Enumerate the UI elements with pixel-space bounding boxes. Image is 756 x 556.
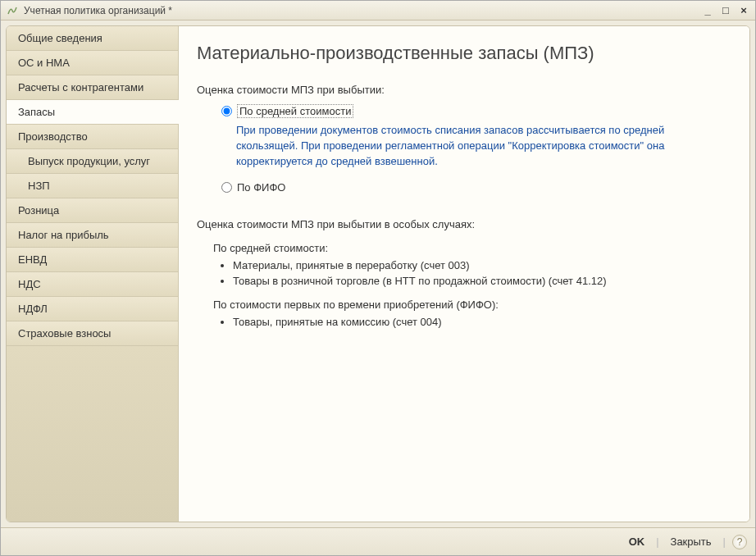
list-item: Материалы, принятые в переработку (счет … [233, 259, 726, 271]
sidebar-item-profit-tax[interactable]: Налог на прибыль [7, 223, 179, 248]
sidebar-item-vat[interactable]: НДС [7, 272, 179, 297]
sidebar-item-insurance[interactable]: Страховые взносы [7, 321, 179, 346]
app-icon [6, 4, 19, 17]
sidebar-item-inventory[interactable]: Запасы [7, 100, 179, 125]
sidebar-item-label: Производство [18, 130, 88, 143]
sidebar-item-label: НДФЛ [18, 303, 48, 315]
content-area: Общие сведения ОС и НМА Расчеты с контра… [1, 21, 755, 527]
help-icon: ? [737, 536, 743, 548]
sidebar-item-label: Выпуск продукции, услуг [28, 155, 150, 167]
special-heading: Оценка стоимости МПЗ при выбытии в особы… [197, 218, 726, 230]
avg-hint-text: При проведении документов стоимость спис… [236, 123, 704, 170]
radio-fifo[interactable] [221, 182, 232, 193]
sidebar-item-settlements[interactable]: Расчеты с контрагентами [7, 75, 179, 100]
special-cases-block: Оценка стоимости МПЗ при выбытии в особы… [197, 218, 726, 328]
sidebar-item-label: Расчеты с контрагентами [18, 81, 143, 93]
sidebar-item-ndfl[interactable]: НДФЛ [7, 297, 179, 321]
special-avg-list: Материалы, принятые в переработку (счет … [233, 259, 726, 287]
valuation-label: Оценка стоимости МПЗ при выбытии: [197, 84, 726, 96]
sidebar-spacer [7, 346, 179, 522]
sidebar-item-label: ЕНВД [18, 253, 47, 266]
separator: | [723, 535, 726, 548]
page-heading: Материально-производственные запасы (МПЗ… [197, 43, 726, 64]
help-button[interactable]: ? [732, 535, 747, 549]
special-fifo-list: Товары, принятые на комиссию (счет 004) [233, 316, 726, 328]
radio-row-fifo[interactable]: По ФИФО [221, 181, 726, 194]
sidebar-item-production[interactable]: Производство [7, 125, 179, 149]
footer: OK | Закрыть | ? [1, 527, 755, 555]
minimize-button[interactable]: _ [701, 5, 714, 16]
radio-avg-label: По средней стоимости [237, 104, 353, 118]
sidebar-item-general[interactable]: Общие сведения [7, 26, 179, 51]
close-window-button[interactable]: × [737, 5, 750, 16]
sidebar: Общие сведения ОС и НМА Расчеты с контра… [7, 26, 179, 522]
special-fifo-heading: По стоимости первых по времени приобрете… [213, 299, 726, 311]
sidebar-item-output[interactable]: Выпуск продукции, услуг [7, 149, 179, 174]
close-button[interactable]: Закрыть [663, 533, 720, 550]
radio-avg[interactable] [221, 106, 232, 116]
main-panel: Материально-производственные запасы (МПЗ… [179, 26, 749, 522]
maximize-button[interactable]: □ [719, 5, 732, 16]
special-avg-heading: По средней стоимости: [213, 242, 726, 254]
list-item: Товары в розничной торговле (в НТТ по пр… [233, 275, 726, 287]
sidebar-item-retail[interactable]: Розница [7, 198, 179, 223]
sidebar-item-wip[interactable]: НЗП [7, 174, 179, 198]
sidebar-item-label: Страховые взносы [18, 327, 111, 340]
sidebar-item-os-nma[interactable]: ОС и НМА [7, 51, 179, 75]
sidebar-item-label: Розница [18, 204, 59, 216]
radio-row-avg[interactable]: По средней стоимости [221, 104, 726, 118]
app-window: Учетная политика организаций * _ □ × Общ… [0, 0, 756, 556]
inner-panel: Общие сведения ОС и НМА Расчеты с контра… [6, 25, 750, 522]
ok-button[interactable]: OK [621, 533, 654, 550]
window-controls: _ □ × [701, 5, 750, 16]
sidebar-item-label: ОС и НМА [18, 57, 70, 69]
sidebar-item-label: Запасы [18, 106, 55, 118]
window-title: Учетная политика организаций * [24, 5, 701, 16]
sidebar-item-label: Общие сведения [18, 32, 102, 44]
sidebar-item-label: Налог на прибыль [18, 229, 109, 241]
titlebar: Учетная политика организаций * _ □ × [1, 1, 755, 21]
valuation-radio-group: По средней стоимости При проведении доку… [221, 104, 726, 194]
radio-fifo-label: По ФИФО [237, 181, 285, 194]
sidebar-item-label: НДС [18, 278, 41, 290]
sidebar-item-label: НЗП [28, 180, 50, 192]
separator: | [656, 535, 658, 548]
list-item: Товары, принятые на комиссию (счет 004) [233, 316, 726, 328]
sidebar-item-envd[interactable]: ЕНВД [7, 248, 179, 272]
